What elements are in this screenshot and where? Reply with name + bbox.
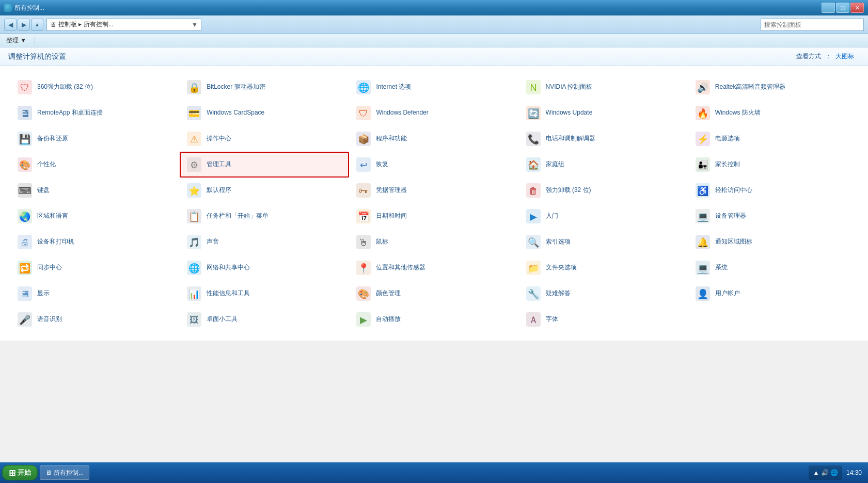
search-input[interactable] <box>761 19 864 31</box>
control-item-homegroup[interactable]: 🏠 家庭组 <box>519 152 688 178</box>
up-button[interactable]: ▲ <box>31 19 43 31</box>
svg-text:🗑: 🗑 <box>529 186 538 196</box>
minimize-button[interactable]: ─ <box>822 3 835 13</box>
manage-icon: ⚙ <box>186 156 202 173</box>
svg-text:📍: 📍 <box>358 263 370 274</box>
view-label: 查看方式 <box>796 52 821 61</box>
control-item-devmgr[interactable]: 💻 设备管理器 <box>688 203 858 229</box>
item-label-lock: BitLocker 驱动器加密 <box>207 83 265 91</box>
view-dot: · <box>858 53 860 60</box>
item-label-programs: 程序和功能 <box>376 135 407 143</box>
control-item-parental[interactable]: 👨‍👧 家长控制 <box>688 152 858 178</box>
item-label-device: 设备和打印机 <box>37 238 74 246</box>
organize-label: 整理 ▼ <box>6 36 26 45</box>
control-item-easy[interactable]: ♿ 轻松访问中心 <box>688 178 858 203</box>
control-item-datetime[interactable]: 📅 日期和时间 <box>349 203 518 229</box>
control-item-font[interactable]: Ａ 字体 <box>519 307 688 332</box>
sound-icon: 🎵 <box>186 234 202 250</box>
control-item-update[interactable]: 🔄 Windows Update <box>519 100 688 126</box>
control-item-mouse[interactable]: 🖱 鼠标 <box>349 229 518 255</box>
item-label-manage: 管理工具 <box>207 160 231 169</box>
control-item-default[interactable]: ⭐ 默认程序 <box>180 178 349 203</box>
control-item-desktop[interactable]: 🖼 卓面小工具 <box>180 307 349 332</box>
control-item-defender[interactable]: 🛡 Windows Defender <box>349 100 518 126</box>
control-item-system[interactable]: 💻 系统 <box>688 255 858 281</box>
item-label-power: 电源选项 <box>715 135 740 143</box>
tray-icons: ▲ 🔊 🌐 <box>813 469 838 476</box>
control-item-sound[interactable]: 🎵 声音 <box>180 229 349 255</box>
control-item-device[interactable]: 🖨 设备和打印机 <box>10 229 180 255</box>
display-icon: 🖥 <box>17 285 33 302</box>
svg-text:📦: 📦 <box>358 134 370 145</box>
programs-icon: 📦 <box>355 131 372 147</box>
item-label-speaker: Realtek高清晰音频管理器 <box>715 83 786 91</box>
svg-text:🔔: 🔔 <box>697 237 709 248</box>
content-area: 🛡 360强力卸载 (32 位) 🔒 BitLocker 驱动器加密 🌐 Int… <box>0 66 868 341</box>
control-item-taskbar[interactable]: 📋 任务栏和「开始」菜单 <box>180 203 349 229</box>
control-item-trouble[interactable]: 🔧 疑难解答 <box>519 281 688 307</box>
control-item-phone[interactable]: 📞 电话和调制解调器 <box>519 126 688 152</box>
control-item-globe[interactable]: 🌐 Internet 选项 <box>349 74 518 100</box>
taskbar: ⊞ 开始 🖥 所有控制... ▲ 🔊 🌐 14:30 <box>0 462 868 483</box>
control-item-action[interactable]: ⚠ 操作中心 <box>180 126 349 152</box>
control-item-firewall[interactable]: 🔥 Windows 防火墙 <box>688 100 858 126</box>
control-item-programs[interactable]: 📦 程序和功能 <box>349 126 518 152</box>
control-item-card[interactable]: 💳 Windows CardSpace <box>180 100 349 126</box>
control-item-uninstall[interactable]: 🗑 强力卸载 (32 位) <box>519 178 688 203</box>
item-label-update: Windows Update <box>546 109 593 117</box>
control-item-nvidia[interactable]: N NVIDIA 控制面板 <box>519 74 688 100</box>
control-item-location[interactable]: 📍 位置和其他传感器 <box>349 255 518 281</box>
control-item-shield[interactable]: 🛡 360强力卸载 (32 位) <box>10 74 180 100</box>
close-button[interactable]: ✕ <box>850 3 864 13</box>
control-item-network[interactable]: 🌐 网络和共享中心 <box>180 255 349 281</box>
control-item-region[interactable]: 🌏 区域和语言 <box>10 203 180 229</box>
control-item-backup[interactable]: 💾 备份和还原 <box>10 126 180 152</box>
item-label-personal: 个性化 <box>37 160 56 169</box>
control-item-speaker[interactable]: 🔊 Realtek高清晰音频管理器 <box>688 74 858 100</box>
control-item-user[interactable]: 👤 用户帐户 <box>688 281 858 307</box>
location-icon: 📍 <box>355 260 372 276</box>
item-label-uninstall: 强力卸载 (32 位) <box>546 186 591 195</box>
svg-text:🖱: 🖱 <box>359 237 368 248</box>
control-item-notify[interactable]: 🔔 通知区域图标 <box>688 229 858 255</box>
system-tray: ▲ 🔊 🌐 <box>809 465 842 480</box>
item-label-sync: 同步中心 <box>37 264 62 272</box>
search-icon: 🔍 <box>525 234 542 250</box>
back-button[interactable]: ◀ <box>4 19 17 31</box>
control-item-perf[interactable]: 📊 性能信息和工具 <box>180 281 349 307</box>
svg-text:🔊: 🔊 <box>697 82 709 93</box>
svg-text:🛡: 🛡 <box>359 108 368 119</box>
control-item-restore[interactable]: ↩ 恢复 <box>349 152 518 178</box>
control-item-search[interactable]: 🔍 索引选项 <box>519 229 688 255</box>
control-item-lock[interactable]: 🔒 BitLocker 驱动器加密 <box>180 74 349 100</box>
start-button[interactable]: ⊞ 开始 <box>2 465 38 480</box>
control-item-manage[interactable]: ⚙ 管理工具 <box>180 152 349 178</box>
forward-button[interactable]: ▶ <box>18 19 30 31</box>
svg-text:▶: ▶ <box>360 315 367 325</box>
address-path[interactable]: 🖥 控制板 ▸ 所有控制... ▼ <box>46 19 201 31</box>
taskbar-window-item[interactable]: 🖥 所有控制... <box>40 465 89 480</box>
large-icon-option[interactable]: 大图标 <box>835 52 854 61</box>
svg-text:🗝: 🗝 <box>359 186 368 196</box>
item-label-user: 用户帐户 <box>715 289 740 298</box>
control-item-getstart[interactable]: ▶ 入门 <box>519 203 688 229</box>
control-item-power[interactable]: ⚡ 电源选项 <box>688 126 858 152</box>
control-item-folder[interactable]: 📁 文件夹选项 <box>519 255 688 281</box>
control-item-display[interactable]: 🖥 显示 <box>10 281 180 307</box>
control-item-autoplay[interactable]: ▶ 自动播放 <box>349 307 518 332</box>
svg-text:🎨: 🎨 <box>358 288 370 300</box>
item-label-phone: 电话和调制解调器 <box>546 135 595 143</box>
svg-text:🎤: 🎤 <box>19 314 31 326</box>
control-item-speech[interactable]: 🎤 语音识别 <box>10 307 180 332</box>
control-item-color[interactable]: 🎨 颜色管理 <box>349 281 518 307</box>
maximize-button[interactable]: □ <box>836 3 849 13</box>
nav-buttons: ◀ ▶ ▲ <box>4 19 43 31</box>
control-item-sync[interactable]: 🔁 同步中心 <box>10 255 180 281</box>
svg-text:📞: 📞 <box>528 134 540 145</box>
control-item-personal[interactable]: 🎨 个性化 <box>10 152 180 178</box>
defender-icon: 🛡 <box>355 105 372 121</box>
path-arrow: ▼ <box>192 21 198 28</box>
control-item-keyboard[interactable]: ⌨ 键盘 <box>10 178 180 203</box>
control-item-remote[interactable]: 🖥 RemoteApp 和桌面连接 <box>10 100 180 126</box>
control-item-voucher[interactable]: 🗝 凭据管理器 <box>349 178 518 203</box>
